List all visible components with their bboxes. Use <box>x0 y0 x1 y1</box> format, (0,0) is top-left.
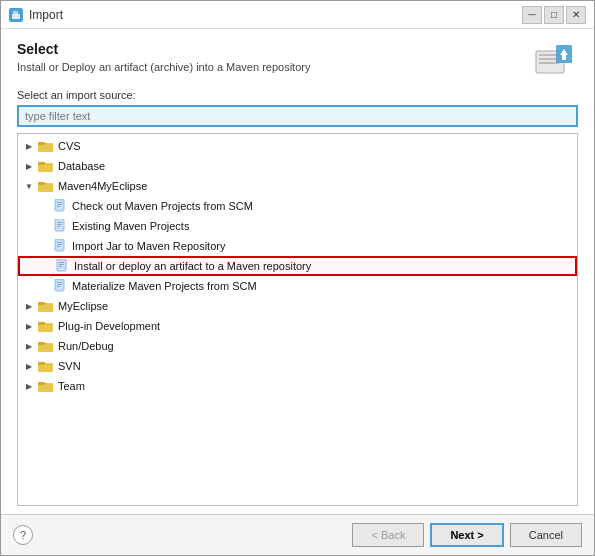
cancel-button[interactable]: Cancel <box>510 523 582 547</box>
file-icon <box>54 239 72 253</box>
tree-item-svn[interactable]: ▶ SVN <box>18 356 577 376</box>
tree-item-maven4myeclipse[interactable]: ▼ Maven4MyEclipse <box>18 176 577 196</box>
header-icon <box>530 41 578 81</box>
import-icon <box>534 43 574 79</box>
tree-item-plugin[interactable]: ▶ Plug-in Development <box>18 316 577 336</box>
window-title: Import <box>29 8 63 22</box>
svg-rect-14 <box>38 182 45 185</box>
bottom-left: ? <box>13 525 33 545</box>
svg-rect-33 <box>57 284 62 285</box>
tree-item-label: CVS <box>58 140 81 152</box>
import-window: Import ─ □ ✕ Select Install or Deploy an… <box>0 0 595 556</box>
tree-toggle-plugin[interactable]: ▶ <box>22 319 36 333</box>
tree-toggle-team[interactable]: ▶ <box>22 379 36 393</box>
back-button[interactable]: < Back <box>352 523 424 547</box>
svg-rect-25 <box>57 244 62 245</box>
title-bar: Import ─ □ ✕ <box>1 1 594 29</box>
tree-item-label: Import Jar to Maven Repository <box>72 240 225 252</box>
file-icon <box>54 279 72 293</box>
svg-rect-16 <box>57 202 62 203</box>
svg-rect-10 <box>38 142 45 145</box>
tree-item-label: Database <box>58 160 105 172</box>
svg-rect-5 <box>539 62 559 64</box>
svg-rect-30 <box>59 266 62 267</box>
folder-icon <box>38 179 58 193</box>
tree-item-label: Team <box>58 380 85 392</box>
svg-rect-36 <box>38 302 45 305</box>
svg-rect-20 <box>57 222 62 223</box>
tree-item-label: Materialize Maven Projects from SCM <box>72 280 257 292</box>
svg-rect-42 <box>38 362 45 365</box>
svg-rect-18 <box>57 206 60 207</box>
tree-item-label: Run/Debug <box>58 340 114 352</box>
svg-rect-34 <box>57 286 60 287</box>
folder-icon <box>38 299 58 313</box>
tree-item-label: Plug-in Development <box>58 320 160 332</box>
svg-rect-32 <box>57 282 62 283</box>
file-icon <box>54 219 72 233</box>
page-title: Select <box>17 41 310 57</box>
title-bar-left: Import <box>9 8 63 22</box>
minimize-button[interactable]: ─ <box>522 6 542 24</box>
page-header: Select Install or Deploy an artifact (ar… <box>17 41 578 81</box>
content-area: Select Install or Deploy an artifact (ar… <box>1 29 594 514</box>
svg-rect-1 <box>13 11 18 15</box>
svg-rect-24 <box>57 242 62 243</box>
tree-item-existing[interactable]: Existing Maven Projects <box>18 216 577 236</box>
svg-rect-28 <box>59 262 64 263</box>
tree-toggle-svn[interactable]: ▶ <box>22 359 36 373</box>
tree-item-cvs[interactable]: ▶ CVS <box>18 136 577 156</box>
svg-rect-29 <box>59 264 64 265</box>
bottom-buttons: < Back Next > Cancel <box>352 523 582 547</box>
maximize-button[interactable]: □ <box>544 6 564 24</box>
svg-rect-8 <box>562 55 566 60</box>
tree-item-label: Install or deploy an artifact to a Maven… <box>74 260 311 272</box>
page-header-text: Select Install or Deploy an artifact (ar… <box>17 41 310 73</box>
tree-container[interactable]: ▶ CVS▶ Database▼ Maven4MyEclipse Check o… <box>17 133 578 506</box>
tree-item-team[interactable]: ▶ Team <box>18 376 577 396</box>
folder-icon <box>38 159 58 173</box>
svg-rect-26 <box>57 246 60 247</box>
close-button[interactable]: ✕ <box>566 6 586 24</box>
folder-icon <box>38 359 58 373</box>
folder-icon <box>38 139 58 153</box>
tree-toggle-myeclipse[interactable]: ▶ <box>22 299 36 313</box>
filter-input[interactable] <box>17 105 578 127</box>
folder-icon <box>38 319 58 333</box>
help-button[interactable]: ? <box>13 525 33 545</box>
folder-icon <box>38 379 58 393</box>
svg-rect-12 <box>38 162 45 165</box>
svg-rect-44 <box>38 382 45 385</box>
file-icon <box>56 259 74 273</box>
folder-icon <box>38 339 58 353</box>
svg-rect-21 <box>57 224 62 225</box>
svg-rect-4 <box>539 58 557 60</box>
file-icon <box>54 199 72 213</box>
window-icon <box>9 8 23 22</box>
title-bar-controls: ─ □ ✕ <box>522 6 586 24</box>
bottom-bar: ? < Back Next > Cancel <box>1 514 594 555</box>
tree-item-label: Existing Maven Projects <box>72 220 189 232</box>
tree-item-rundebug[interactable]: ▶ Run/Debug <box>18 336 577 356</box>
tree-item-install[interactable]: Install or deploy an artifact to a Maven… <box>18 256 577 276</box>
svg-rect-38 <box>38 322 45 325</box>
tree-item-importjar[interactable]: Import Jar to Maven Repository <box>18 236 577 256</box>
tree-toggle-maven4myeclipse[interactable]: ▼ <box>22 179 36 193</box>
svg-rect-40 <box>38 342 45 345</box>
tree-toggle-cvs[interactable]: ▶ <box>22 139 36 153</box>
tree-item-database[interactable]: ▶ Database <box>18 156 577 176</box>
tree-item-label: SVN <box>58 360 81 372</box>
svg-rect-22 <box>57 226 60 227</box>
page-description: Install or Deploy an artifact (archive) … <box>17 61 310 73</box>
tree-item-materialize[interactable]: Materialize Maven Projects from SCM <box>18 276 577 296</box>
svg-rect-17 <box>57 204 62 205</box>
next-button[interactable]: Next > <box>430 523 503 547</box>
tree-item-checkout[interactable]: Check out Maven Projects from SCM <box>18 196 577 216</box>
tree-toggle-rundebug[interactable]: ▶ <box>22 339 36 353</box>
tree-item-label: Check out Maven Projects from SCM <box>72 200 253 212</box>
section-label: Select an import source: <box>17 89 578 101</box>
tree-item-label: MyEclipse <box>58 300 108 312</box>
tree-item-myeclipse[interactable]: ▶ MyEclipse <box>18 296 577 316</box>
tree-toggle-database[interactable]: ▶ <box>22 159 36 173</box>
tree-item-label: Maven4MyEclipse <box>58 180 147 192</box>
